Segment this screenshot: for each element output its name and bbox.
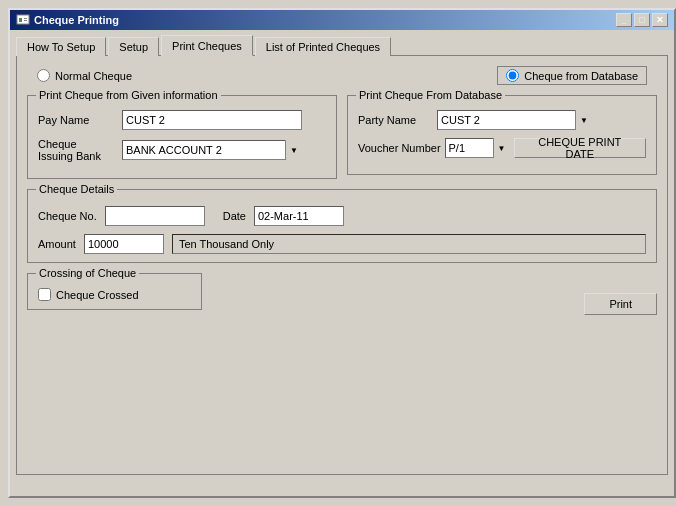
svg-rect-3 (24, 20, 27, 21)
cheque-crossed-label[interactable]: Cheque Crossed (56, 289, 139, 301)
cheque-details-section: Cheque Details Cheque No. Date Amount Te… (27, 189, 657, 263)
title-buttons: _ □ ✕ (616, 13, 668, 27)
amount-input[interactable] (84, 234, 164, 254)
title-bar: Cheque Printing _ □ ✕ (10, 10, 674, 30)
minimize-button[interactable]: _ (616, 13, 632, 27)
voucher-number-row: Voucher Number P/1 ▼ CHEQUE PRINT DATE (358, 138, 646, 158)
radio-row: Normal Cheque Cheque from Database (27, 66, 657, 85)
cheque-details-fieldset: Cheque Details Cheque No. Date Amount Te… (27, 189, 657, 263)
bank-select-wrapper: BANK ACCOUNT 2 ▼ (122, 140, 302, 160)
pay-name-row: Pay Name (38, 110, 326, 130)
cheque-issuing-bank-label: ChequeIssuing Bank (38, 138, 118, 162)
cheque-crossed-checkbox[interactable] (38, 288, 51, 301)
left-fieldset-legend: Print Cheque from Given information (36, 89, 221, 101)
bank-select[interactable]: BANK ACCOUNT 2 (122, 140, 302, 160)
maximize-button[interactable]: □ (634, 13, 650, 27)
amount-row: Amount Ten Thousand Only (38, 234, 646, 254)
cheque-issuing-bank-row: ChequeIssuing Bank BANK ACCOUNT 2 ▼ (38, 138, 326, 162)
cheque-details-inner: Cheque No. Date (38, 202, 646, 226)
pay-name-label: Pay Name (38, 114, 118, 126)
left-panel: Print Cheque from Given information Pay … (27, 95, 337, 179)
window-icon (16, 13, 30, 27)
tab-how-to-setup[interactable]: How To Setup (16, 37, 106, 56)
svg-rect-1 (19, 18, 22, 22)
cheque-from-database-box: Cheque from Database (497, 66, 647, 85)
date-label: Date (223, 210, 246, 222)
cheque-from-database-radio-label[interactable]: Cheque from Database (506, 69, 638, 82)
print-button[interactable]: Print (584, 293, 657, 315)
normal-cheque-radio[interactable] (37, 69, 50, 82)
right-panel: Print Cheque From Database Party Name CU… (347, 95, 657, 179)
pay-name-input[interactable] (122, 110, 302, 130)
crossing-section: Crossing of Cheque Cheque Crossed Print (27, 273, 657, 315)
svg-rect-0 (17, 15, 29, 24)
two-col-layout: Print Cheque from Given information Pay … (27, 95, 657, 179)
cheque-print-date-button[interactable]: CHEQUE PRINT DATE (514, 138, 646, 158)
tab-setup[interactable]: Setup (108, 37, 159, 56)
cheque-no-input[interactable] (105, 206, 205, 226)
right-fieldset-legend: Print Cheque From Database (356, 89, 505, 101)
party-name-select-wrapper: CUST 2 ▼ (437, 110, 592, 130)
tab-bar: How To Setup Setup Print Cheques List of… (10, 30, 674, 55)
voucher-select[interactable]: P/1 (445, 138, 510, 158)
close-button[interactable]: ✕ (652, 13, 668, 27)
cheque-details-legend: Cheque Details (36, 183, 117, 195)
party-name-select[interactable]: CUST 2 (437, 110, 592, 130)
svg-rect-2 (24, 18, 27, 19)
tab-list-of-printed-cheques[interactable]: List of Printed Cheques (255, 37, 391, 56)
crossing-legend: Crossing of Cheque (36, 267, 139, 279)
party-name-label: Party Name (358, 114, 433, 126)
crossing-fieldset: Crossing of Cheque Cheque Crossed (27, 273, 202, 310)
title-bar-left: Cheque Printing (16, 13, 119, 27)
cheque-crossed-group: Cheque Crossed (38, 288, 191, 301)
voucher-number-label: Voucher Number (358, 142, 441, 154)
left-fieldset: Print Cheque from Given information Pay … (27, 95, 337, 179)
cheque-from-database-radio[interactable] (506, 69, 519, 82)
party-name-row: Party Name CUST 2 ▼ (358, 110, 646, 130)
voucher-select-wrapper: P/1 ▼ (445, 138, 510, 158)
cheque-no-label: Cheque No. (38, 210, 97, 222)
amount-text: Ten Thousand Only (172, 234, 646, 254)
right-fieldset: Print Cheque From Database Party Name CU… (347, 95, 657, 175)
content-area: Normal Cheque Cheque from Database Print… (16, 55, 668, 475)
window-title: Cheque Printing (34, 14, 119, 26)
tab-print-cheques[interactable]: Print Cheques (161, 35, 253, 56)
amount-label: Amount (38, 238, 76, 250)
main-window: Cheque Printing _ □ ✕ How To Setup Setup… (8, 8, 676, 498)
date-input[interactable] (254, 206, 344, 226)
normal-cheque-radio-label[interactable]: Normal Cheque (37, 69, 132, 82)
